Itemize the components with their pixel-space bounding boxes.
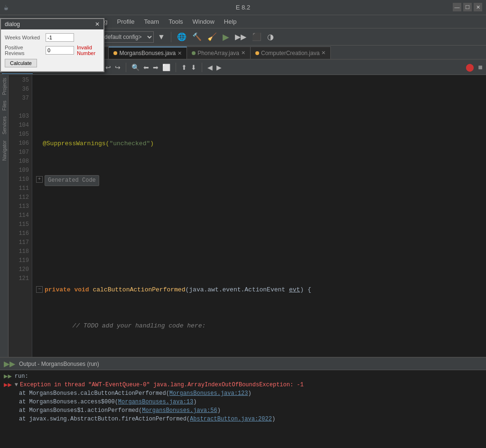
tab-morgansbonuses-label: MorgansBonuses.java [119, 50, 176, 56]
ln-116: 116 [11, 229, 29, 238]
profile-icon[interactable]: ◑ [265, 31, 276, 43]
reviews-label: Positive Reviews [5, 45, 43, 56]
ln-120: 120 [11, 265, 29, 274]
dialog-body: Weeks Worked Positive Reviews Invalid Nu… [1, 29, 103, 71]
src-left-btn[interactable]: ⬅ [142, 63, 150, 72]
ln-109: 109 [11, 166, 29, 175]
calculate-button[interactable]: Calculate [5, 59, 37, 67]
run-text: run: [15, 372, 28, 381]
minimize-button[interactable]: — [453, 3, 461, 11]
ln-119: 119 [11, 256, 29, 265]
menu-tools[interactable]: Tools [164, 16, 187, 27]
src-next-btn[interactable]: ▶ [215, 63, 223, 72]
run-icon[interactable]: ▶ [221, 30, 231, 44]
code-line-104: − private void calcButtonActionPerformed… [36, 285, 482, 294]
src-sep2 [126, 63, 126, 72]
fold-37[interactable]: + [36, 176, 43, 183]
src-back-btn[interactable]: ↩ [104, 63, 112, 72]
run-arrow-2: ▶▶ [4, 381, 12, 389]
menu-help[interactable]: Help [219, 16, 242, 27]
dropdown-arrow[interactable]: ▼ [156, 31, 167, 43]
ln-104: 104 [11, 121, 29, 130]
expand-icon[interactable]: ▼ [15, 381, 18, 389]
dialog-title: dialog [5, 21, 20, 28]
link-st4[interactable]: AbstractButton.java:2022 [190, 415, 272, 423]
output-line-st2: at MorgansBonuses.access$000(MorgansBonu… [4, 398, 482, 406]
main-area: Projects Files Services Navigator 35 36 … [0, 75, 486, 357]
ln-112: 112 [11, 193, 29, 202]
titlebar: ☕ E 8.2 — ☐ ✕ [0, 0, 486, 15]
src-split-btn[interactable]: ⬜ [161, 63, 172, 72]
maximize-button[interactable]: ☐ [463, 3, 472, 11]
code-line-105: // TODO add your handling code here: [36, 321, 482, 330]
tab-computercreation-close[interactable]: ✕ [321, 50, 326, 56]
ln-105: 105 [11, 130, 29, 139]
code-editor[interactable]: @SuppressWarnings("unchecked") + Generat… [32, 75, 486, 357]
link-st2[interactable]: MorgansBonuses.java:13 [118, 398, 193, 406]
link-st3[interactable]: MorgansBonuses.java:56 [142, 406, 217, 415]
build-icon[interactable]: 🔨 [190, 31, 204, 43]
toolbar-sep-3 [171, 32, 171, 42]
src-record-btn[interactable]: ⬤ [464, 62, 476, 73]
ln-110: 110 [11, 175, 29, 184]
panel-projects[interactable]: Projects [0, 75, 8, 98]
ln-113: 113 [11, 202, 29, 211]
src-sep3 [176, 63, 176, 72]
menu-profile[interactable]: Profile [112, 16, 140, 27]
tab-phonearray-label: PhoneArray.java [197, 50, 239, 56]
link-st1[interactable]: MorgansBonuses.java:123 [169, 389, 248, 398]
exception-text: Exception in thread "AWT-EventQueue-0" j… [20, 381, 304, 389]
menu-team[interactable]: Team [139, 16, 164, 27]
ln-118: 118 [11, 247, 29, 256]
dialog-close[interactable]: ✕ [95, 21, 100, 28]
panel-navigator[interactable]: Navigator [0, 138, 8, 164]
tab-morgansbonuses-dot [113, 51, 117, 55]
src-stop-btn[interactable]: ■ [477, 62, 484, 73]
ln-blank1 [11, 103, 29, 112]
stop-icon[interactable]: ⬛ [250, 31, 263, 43]
src-zoom-btn[interactable]: 🔍 [130, 63, 141, 72]
output-content: ▶▶ run: ▶▶ ▼ Exception in thread "AWT-Ev… [0, 370, 486, 448]
reviews-input[interactable] [46, 46, 74, 55]
weeks-label: Weeks Worked [5, 35, 43, 40]
generated-code-block: Generated Code [45, 175, 99, 186]
output-line-st4: at javax.swing.AbstractButton.fireAction… [4, 415, 482, 423]
ln-35: 35 [11, 76, 29, 85]
close-button[interactable]: ✕ [474, 3, 482, 11]
fold-104[interactable]: − [36, 286, 43, 293]
output-line-run: ▶▶ run: [4, 372, 482, 381]
weeks-input[interactable] [46, 33, 74, 42]
globe-icon[interactable]: 🌐 [175, 31, 188, 43]
tab-phonearray-close[interactable]: ✕ [241, 50, 245, 56]
ln-108: 108 [11, 157, 29, 166]
clean-icon[interactable]: 🧹 [206, 31, 219, 43]
ln-107: 107 [11, 148, 29, 157]
output-header: ▶▶ Output - MorgansBonuses (run) [0, 358, 486, 370]
tab-phonearray[interactable]: PhoneArray.java ✕ [187, 47, 251, 59]
ln-121: 121 [11, 274, 29, 283]
float-dialog: dialog ✕ Weeks Worked Positive Reviews I… [0, 18, 104, 72]
code-line-36: @SuppressWarnings("unchecked") [36, 139, 482, 148]
panel-files[interactable]: Files [0, 98, 8, 113]
panel-services[interactable]: Services [0, 113, 8, 137]
tab-morgansbonuses-close[interactable]: ✕ [178, 50, 182, 56]
src-right-btn[interactable]: ➡ [151, 63, 160, 72]
tab-computercreation[interactable]: ComputerCreation.java ✕ [251, 47, 331, 59]
src-up-btn[interactable]: ⬆ [180, 63, 188, 72]
src-fwd-btn[interactable]: ↪ [113, 63, 122, 72]
src-down-btn[interactable]: ⬇ [189, 63, 198, 72]
output-line-st1: at MorgansBonuses.calcButtonActionPerfor… [4, 389, 482, 398]
dialog-row-weeks: Weeks Worked [5, 33, 100, 42]
ln-115: 115 [11, 220, 29, 229]
tab-morgansbonuses[interactable]: MorgansBonuses.java ✕ [109, 47, 187, 59]
invalid-number-error: Invalid Number [77, 45, 100, 56]
menu-window[interactable]: Window [188, 16, 219, 27]
src-sep4 [202, 63, 202, 72]
debug-run-icon[interactable]: ▶▶ [233, 31, 248, 43]
ln-106: 106 [11, 139, 29, 148]
ln-117: 117 [11, 238, 29, 247]
ln-114: 114 [11, 211, 29, 220]
left-sidebar: Projects Files Services Navigator [0, 75, 9, 357]
output-run-icon[interactable]: ▶▶ [4, 359, 15, 368]
src-prev-btn[interactable]: ◀ [206, 63, 214, 72]
